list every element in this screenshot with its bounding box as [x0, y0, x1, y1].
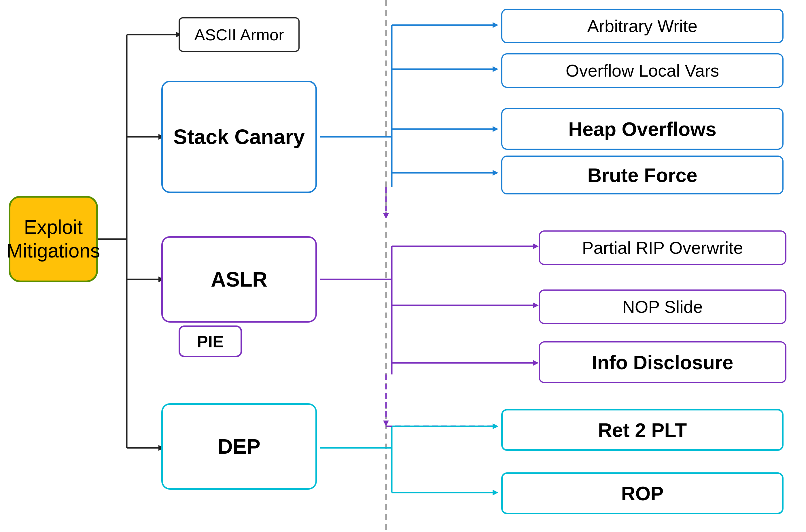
nop-slide-node: NOP Slide [539, 289, 786, 324]
dep-label: DEP [218, 435, 261, 458]
nop-slide-label: NOP Slide [622, 297, 703, 317]
svg-marker-22 [383, 213, 389, 219]
pie-label: PIE [197, 332, 224, 351]
rop-node: ROP [501, 472, 784, 514]
svg-marker-14 [493, 22, 498, 28]
overflow-local-node: Overflow Local Vars [501, 53, 784, 88]
svg-marker-36 [493, 423, 498, 429]
aslr-label: ASLR [211, 268, 267, 291]
rop-label: ROP [621, 482, 664, 505]
ascii-armor-label: ASCII Armor [194, 25, 284, 44]
exploit-mitigations-label: Exploit Mitigations [6, 215, 100, 262]
ret2plt-node: Ret 2 PLT [501, 409, 784, 451]
svg-marker-30 [533, 360, 539, 366]
partial-rip-label: Partial RIP Overwrite [582, 238, 743, 258]
info-disclosure-node: Info Disclosure [539, 341, 786, 383]
info-disclosure-label: Info Disclosure [592, 351, 733, 374]
pie-node: PIE [178, 325, 242, 357]
stack-canary-node: Stack Canary [161, 81, 317, 193]
stack-canary-label: Stack Canary [173, 125, 305, 149]
ret2plt-label: Ret 2 PLT [598, 419, 687, 441]
svg-marker-28 [533, 302, 539, 308]
svg-marker-32 [383, 420, 389, 426]
diagram-container: Exploit Mitigations ASCII Armor Stack Ca… [0, 0, 806, 532]
svg-marker-20 [493, 170, 498, 176]
arbitrary-write-node: Arbitrary Write [501, 8, 784, 43]
svg-marker-41 [493, 423, 498, 429]
heap-overflows-label: Heap Overflows [568, 118, 716, 140]
svg-marker-39 [493, 490, 498, 495]
ascii-armor-node: ASCII Armor [178, 17, 300, 52]
overflow-local-label: Overflow Local Vars [566, 61, 719, 81]
svg-marker-26 [533, 243, 539, 249]
brute-force-node: Brute Force [501, 155, 784, 194]
exploit-mitigations-node: Exploit Mitigations [8, 196, 98, 282]
dep-node: DEP [161, 403, 317, 490]
partial-rip-node: Partial RIP Overwrite [539, 230, 786, 265]
svg-marker-18 [493, 126, 498, 132]
aslr-node: ASLR [161, 236, 317, 323]
svg-marker-16 [493, 66, 498, 72]
brute-force-label: Brute Force [587, 164, 697, 186]
arbitrary-write-label: Arbitrary Write [587, 16, 697, 36]
heap-overflows-node: Heap Overflows [501, 108, 784, 150]
